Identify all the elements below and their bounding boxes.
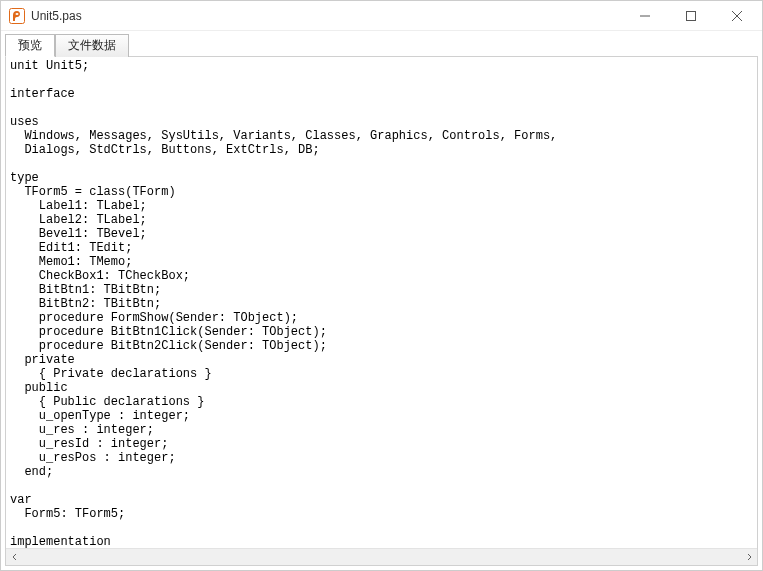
title-bar[interactable]: Unit5.pas bbox=[1, 1, 762, 31]
code-viewport: unit Unit5; interface uses Windows, Mess… bbox=[6, 57, 757, 548]
minimize-button[interactable] bbox=[622, 1, 668, 31]
minimize-icon bbox=[640, 11, 650, 21]
maximize-button[interactable] bbox=[668, 1, 714, 31]
svg-rect-2 bbox=[687, 11, 696, 20]
horizontal-scrollbar[interactable] bbox=[6, 548, 757, 565]
tab-file-data[interactable]: 文件数据 bbox=[55, 34, 129, 57]
content-panel: unit Unit5; interface uses Windows, Mess… bbox=[5, 57, 758, 566]
tab-label: 文件数据 bbox=[68, 38, 116, 52]
tab-label: 预览 bbox=[18, 38, 42, 52]
app-icon bbox=[9, 8, 25, 24]
window-title: Unit5.pas bbox=[31, 9, 82, 23]
scroll-right-arrow-icon[interactable] bbox=[740, 549, 757, 566]
close-button[interactable] bbox=[714, 1, 760, 31]
scroll-left-arrow-icon[interactable] bbox=[6, 549, 23, 566]
source-code[interactable]: unit Unit5; interface uses Windows, Mess… bbox=[6, 57, 757, 548]
maximize-icon bbox=[686, 11, 696, 21]
scroll-track[interactable] bbox=[23, 549, 740, 566]
tab-preview[interactable]: 预览 bbox=[5, 34, 55, 57]
close-icon bbox=[732, 11, 742, 21]
app-window: Unit5.pas 预览 文件数据 unit Unit5; interface … bbox=[0, 0, 763, 571]
tab-strip: 预览 文件数据 bbox=[5, 33, 758, 57]
